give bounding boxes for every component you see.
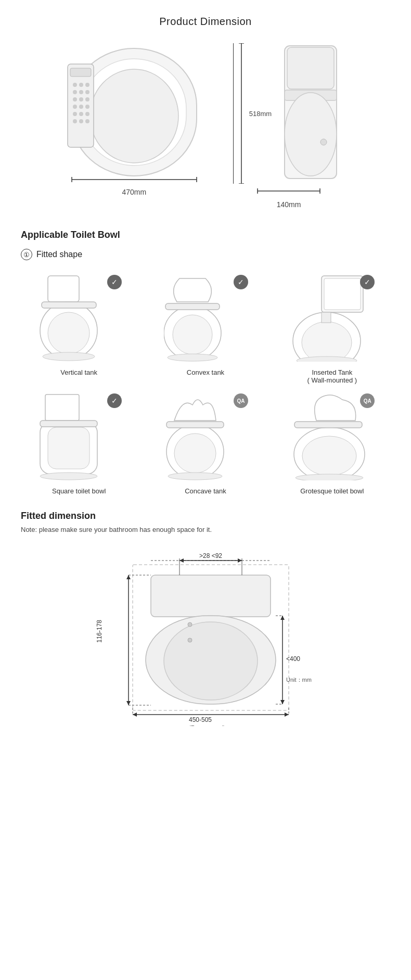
toilet-grid: ✓ Vertical tank	[21, 271, 390, 495]
svg-marker-91	[133, 712, 137, 717]
toilet-item-square: ✓ Square toilet bowl	[21, 389, 137, 495]
check-badge-convex: ✓	[234, 275, 248, 289]
svg-point-10	[85, 90, 89, 94]
height-label: 518mm	[249, 110, 272, 118]
toilet-img-concave: QA	[159, 389, 252, 483]
svg-point-12	[79, 97, 83, 101]
svg-point-7	[85, 83, 89, 87]
svg-point-33	[320, 139, 327, 145]
svg-marker-75	[179, 558, 184, 563]
toilet-img-inserted: ✓	[285, 271, 379, 364]
svg-point-8	[73, 90, 77, 94]
svg-point-13	[85, 97, 89, 101]
svg-point-49	[302, 322, 352, 362]
svg-point-20	[73, 119, 77, 123]
svg-rect-59	[166, 422, 224, 428]
product-dimension-title: Product Dimension	[21, 16, 390, 28]
svg-point-15	[79, 105, 83, 109]
svg-rect-44	[165, 303, 220, 310]
toilet-label-concave: Concave tank	[185, 487, 226, 495]
toilet-item-inserted: ✓ Inserted Tank ( Wall-mounted )	[274, 271, 390, 384]
svg-rect-40	[42, 302, 96, 308]
check-icon-square: ✓	[111, 397, 118, 405]
svg-rect-66	[151, 575, 271, 617]
toilet-img-square: ✓	[32, 389, 126, 483]
svg-point-58	[174, 434, 216, 473]
svg-point-6	[79, 83, 83, 87]
svg-rect-4	[70, 68, 91, 77]
dim-right: 518mm	[233, 43, 344, 209]
svg-marker-80	[126, 701, 131, 705]
svg-rect-50	[322, 312, 331, 323]
height-arrow-svg	[239, 43, 244, 184]
check-icon-inserted: ✓	[364, 278, 370, 286]
toilet-item-convex: ✓ Convex tank	[147, 271, 263, 384]
qa-badge-concave: QA	[234, 393, 248, 408]
svg-text:(Recommend): (Recommend)	[189, 724, 225, 726]
svg-rect-63	[294, 422, 362, 428]
page: Product Dimension	[0, 0, 411, 742]
check-badge-vertical: ✓	[107, 275, 122, 289]
svg-point-5	[73, 83, 77, 87]
svg-point-45	[168, 354, 217, 361]
svg-point-41	[43, 352, 95, 361]
fitted-shape-title: ① Fitted shape	[21, 249, 390, 260]
svg-point-43	[173, 315, 212, 354]
svg-point-64	[296, 474, 363, 480]
depth-label: 140mm	[277, 200, 301, 209]
applicable-title: Applicable Toilet Bowl	[21, 230, 390, 240]
svg-text:116-178: 116-178	[96, 620, 103, 643]
svg-rect-37	[48, 276, 79, 302]
dim-left: 470mm	[67, 43, 202, 196]
svg-point-32	[285, 93, 337, 176]
toilet-label-square: Square toilet bowl	[52, 487, 106, 495]
svg-point-70	[188, 638, 192, 642]
dimension-images: 470mm	[21, 43, 390, 209]
svg-text:>28 <92: >28 <92	[199, 552, 222, 559]
svg-point-19	[85, 112, 89, 116]
toilet-top-view-svg	[67, 43, 202, 184]
svg-point-56	[40, 473, 97, 480]
fitted-dim-note: Note: please make sure your bathroom has…	[21, 526, 390, 533]
svg-point-18	[79, 112, 83, 116]
check-icon-vertical: ✓	[111, 278, 118, 286]
svg-point-16	[85, 105, 89, 109]
toilet-img-vertical: ✓	[32, 271, 126, 364]
toilet-img-grotesque: QA	[285, 389, 379, 483]
svg-point-60	[168, 473, 222, 480]
svg-marker-76	[238, 558, 242, 563]
svg-rect-47	[324, 278, 361, 310]
applicable-section: Applicable Toilet Bowl ① Fitted shape	[21, 230, 390, 495]
toilet-label-vertical: Vertical tank	[60, 368, 97, 376]
svg-marker-86	[280, 700, 285, 704]
fitted-dim-section: Fitted dimension Note: please make sure …	[21, 511, 390, 726]
svg-point-69	[188, 622, 192, 627]
svg-text:<400: <400	[286, 655, 300, 663]
fitted-num: ①	[21, 249, 32, 260]
svg-point-39	[48, 312, 89, 354]
svg-point-17	[73, 112, 77, 116]
svg-point-9	[79, 90, 83, 94]
fitted-dim-title: Fitted dimension	[21, 511, 390, 521]
svg-rect-52	[45, 394, 79, 421]
dimension-section: 470mm	[21, 43, 390, 209]
svg-point-2	[90, 69, 178, 163]
toilet-img-convex: ✓	[159, 271, 252, 364]
width-label: 470mm	[122, 188, 146, 196]
svg-point-22	[85, 119, 89, 123]
svg-marker-85	[280, 616, 285, 620]
check-icon-convex: ✓	[238, 278, 244, 286]
toilet-side-view-svg	[277, 43, 344, 184]
toilet-item-grotesque: QA Grotesque toilet bowl	[274, 389, 390, 495]
svg-marker-79	[126, 575, 131, 579]
depth-arrow-svg	[250, 186, 328, 196]
svg-text:Unit：mm: Unit：mm	[286, 677, 312, 683]
fitted-dim-svg: >28 <92 116-178 <400	[70, 549, 341, 726]
svg-point-11	[73, 97, 77, 101]
toilet-label-grotesque: Grotesque toilet bowl	[300, 487, 364, 495]
toilet-label-inserted: Inserted Tank ( Wall-mounted )	[307, 368, 357, 384]
svg-text:450-505: 450-505	[189, 716, 212, 723]
fitted-shape-label: Fitted shape	[36, 250, 82, 259]
svg-rect-55	[40, 421, 97, 427]
square-tank-svg	[37, 392, 121, 480]
